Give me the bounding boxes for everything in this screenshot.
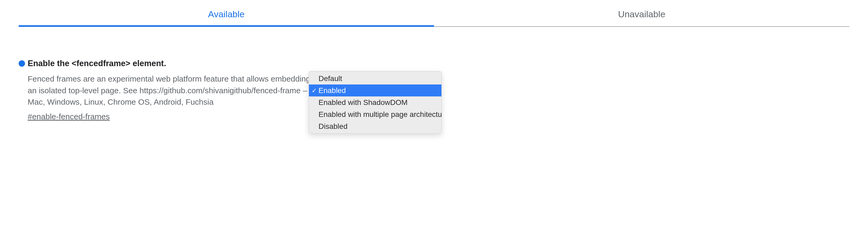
flag-description: Fenced frames are an experimental web pl…: [28, 73, 314, 108]
tab-bar: Available Unavailable: [19, 3, 849, 27]
flag-title-row: Enable the <fencedframe> element.: [19, 59, 314, 68]
flag-text: Enable the <fencedframe> element. Fenced…: [19, 59, 314, 121]
dropdown-option-enabled[interactable]: Enabled: [309, 84, 441, 97]
tab-unavailable[interactable]: Unavailable: [434, 3, 849, 27]
dropdown-option-enabled-mpa[interactable]: Enabled with multiple page architecture: [309, 108, 441, 120]
flag-dropdown-menu[interactable]: Default Enabled Enabled with ShadowDOM E…: [309, 71, 442, 133]
tab-available[interactable]: Available: [19, 3, 434, 27]
dropdown-option-default[interactable]: Default: [309, 72, 441, 84]
dropdown-option-enabled-shadowdom[interactable]: Enabled with ShadowDOM: [309, 97, 441, 108]
flag-hash-link[interactable]: #enable-fenced-frames: [28, 112, 110, 121]
dropdown-option-disabled[interactable]: Disabled: [309, 120, 441, 133]
flag-title: Enable the <fencedframe> element.: [28, 59, 166, 68]
modified-dot-icon: [19, 60, 25, 67]
